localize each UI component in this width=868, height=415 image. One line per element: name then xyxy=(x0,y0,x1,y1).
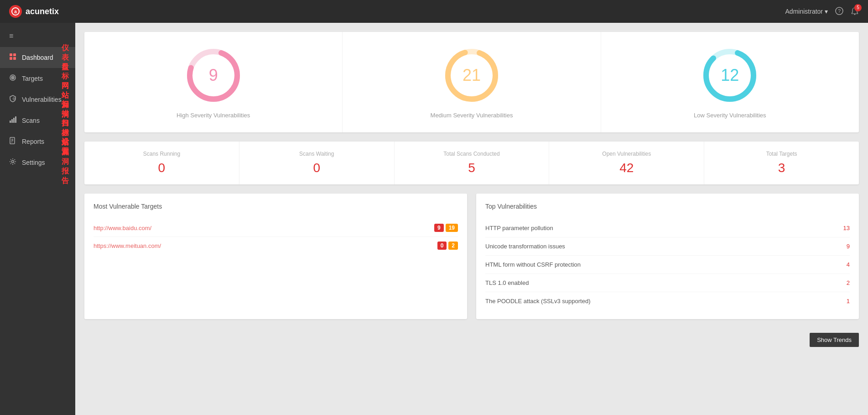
sidebar-item-label: Targets xyxy=(22,75,43,82)
stat-scans-running: Scans Running 0 xyxy=(84,142,239,184)
stat-value: 0 xyxy=(158,161,166,175)
low-severity-label: Low Severity Vulnerabilities xyxy=(694,112,766,119)
dashboard-icon xyxy=(9,53,16,62)
svg-rect-5 xyxy=(10,53,12,56)
stat-value: 5 xyxy=(468,161,475,175)
severity-card: 9 High Severity Vulnerabilities 21 Mediu… xyxy=(84,32,859,132)
topbar: a acunetix Administrator ▾ ? 5 xyxy=(0,0,868,23)
stat-total-scans: Total Scans Conducted 5 xyxy=(395,142,550,184)
vuln-item: The POODLE attack (SSLv3 supported) 1 xyxy=(485,292,850,310)
admin-button[interactable]: Administrator ▾ xyxy=(785,8,828,15)
svg-text:?: ? xyxy=(838,8,841,14)
svg-rect-16 xyxy=(15,116,16,123)
vuln-name: HTML form without CSRF protection xyxy=(485,261,581,268)
logo-icon: a xyxy=(9,5,22,18)
svg-rect-6 xyxy=(13,53,16,56)
vuln-count: 9 xyxy=(847,243,850,250)
svg-point-21 xyxy=(12,161,14,163)
chevron-down-icon: ▾ xyxy=(825,8,828,15)
help-button[interactable]: ? xyxy=(835,7,843,16)
high-severity-donut: 9 xyxy=(184,46,243,105)
scans-icon xyxy=(9,116,16,125)
medium-severity-value: 21 xyxy=(463,66,481,85)
vuln-item: HTTP parameter pollution 13 xyxy=(485,219,850,237)
target-link[interactable]: http://www.baidu.com/ xyxy=(94,225,151,231)
high-severity-label: High Severity Vulnerabilities xyxy=(177,112,250,119)
low-severity-card: 12 Low Severity Vulnerabilities xyxy=(601,32,859,132)
stat-label: Scans Waiting xyxy=(299,151,334,157)
stats-row: Scans Running 0 Scans Waiting 0 Total Sc… xyxy=(84,142,859,184)
sidebar-item-label: Settings xyxy=(22,159,45,166)
bottom-panels: Most Vulnerable Targets http://www.baidu… xyxy=(84,194,859,319)
target-badges: 0 2 xyxy=(437,242,458,250)
sidebar-item-label: Dashboard xyxy=(22,54,53,61)
stat-value: 3 xyxy=(778,161,785,175)
notification-badge: 5 xyxy=(854,4,862,11)
high-severity-card: 9 High Severity Vulnerabilities xyxy=(84,32,343,132)
stat-open-vulns: Open Vulnerabilities 42 xyxy=(549,142,704,184)
sidebar-item-reports[interactable]: Reports xyxy=(0,131,75,152)
sidebar-toggle[interactable]: ≡ xyxy=(0,27,75,45)
svg-rect-8 xyxy=(13,57,16,60)
stat-value: 0 xyxy=(313,161,320,175)
sidebar-item-scans[interactable]: Scans xyxy=(0,110,75,131)
target-badges: 9 19 xyxy=(434,224,458,232)
admin-label: Administrator xyxy=(785,8,823,15)
top-vulnerabilities-title: Top Vulnerabilities xyxy=(485,203,850,210)
low-severity-donut: 12 xyxy=(700,46,759,105)
vuln-name: Unicode transformation issues xyxy=(485,243,565,250)
medium-severity-label: Medium Severity Vulnerabilities xyxy=(431,112,513,119)
high-severity-value: 9 xyxy=(209,66,218,85)
badge-high: 9 xyxy=(434,224,444,232)
layout: ≡ Dashboard Targets xyxy=(0,23,868,415)
badge-medium: 19 xyxy=(446,224,458,232)
vuln-name: TLS 1.0 enabled xyxy=(485,279,529,286)
sidebar-item-settings[interactable]: Settings xyxy=(0,152,75,173)
vuln-count: 13 xyxy=(843,225,850,231)
reports-icon xyxy=(9,137,16,146)
top-vulnerabilities-panel: Top Vulnerabilities HTTP parameter pollu… xyxy=(476,194,859,319)
vuln-count: 4 xyxy=(847,261,850,268)
stat-scans-waiting: Scans Waiting 0 xyxy=(239,142,395,184)
severity-row: 9 High Severity Vulnerabilities 21 Mediu… xyxy=(84,32,859,132)
topbar-right: Administrator ▾ ? 5 xyxy=(785,7,859,16)
svg-point-11 xyxy=(12,77,13,78)
stat-label: Total Targets xyxy=(766,151,797,157)
sidebar-item-targets[interactable]: Targets xyxy=(0,68,75,89)
stat-label: Total Scans Conducted xyxy=(443,151,499,157)
vuln-item: Unicode transformation issues 9 xyxy=(485,237,850,256)
main-content: 9 High Severity Vulnerabilities 21 Mediu… xyxy=(75,23,868,415)
svg-rect-15 xyxy=(13,118,15,123)
vulnerabilities-icon: ⚙ xyxy=(9,95,16,104)
most-vulnerable-title: Most Vulnerable Targets xyxy=(94,203,458,210)
stat-total-targets: Total Targets 3 xyxy=(704,142,859,184)
notification-button[interactable]: 5 xyxy=(851,7,859,16)
show-trends-button[interactable]: Show Trends xyxy=(810,333,859,347)
vuln-name: The POODLE attack (SSLv3 supported) xyxy=(485,298,591,305)
vuln-count: 2 xyxy=(847,279,850,286)
stat-value: 42 xyxy=(619,161,634,175)
sidebar-item-dashboard[interactable]: Dashboard xyxy=(0,47,75,68)
logo: a acunetix xyxy=(9,5,59,18)
medium-severity-donut: 21 xyxy=(442,46,501,105)
medium-severity-card: 21 Medium Severity Vulnerabilities xyxy=(343,32,601,132)
vuln-item: HTML form without CSRF protection 4 xyxy=(485,256,850,274)
svg-text:⚙: ⚙ xyxy=(12,97,16,101)
vuln-count: 1 xyxy=(847,298,850,305)
stat-label: Scans Running xyxy=(143,151,180,157)
vuln-name: HTTP parameter pollution xyxy=(485,225,553,231)
targets-icon xyxy=(9,74,16,83)
settings-icon xyxy=(9,158,16,167)
svg-rect-14 xyxy=(11,119,13,123)
show-trends-bar: Show Trends xyxy=(84,328,859,352)
sidebar-item-label: Vulnerabilities xyxy=(22,96,62,103)
vuln-item: TLS 1.0 enabled 2 xyxy=(485,274,850,292)
badge-medium: 2 xyxy=(448,242,458,250)
target-link[interactable]: https://www.meituan.com/ xyxy=(94,242,161,249)
low-severity-value: 12 xyxy=(721,66,739,85)
sidebar-item-label: Reports xyxy=(22,138,44,145)
svg-text:a: a xyxy=(14,9,17,14)
most-vulnerable-panel: Most Vulnerable Targets http://www.baidu… xyxy=(84,194,467,319)
svg-rect-7 xyxy=(10,57,12,60)
sidebar-item-vulnerabilities[interactable]: ⚙ Vulnerabilities xyxy=(0,89,75,110)
